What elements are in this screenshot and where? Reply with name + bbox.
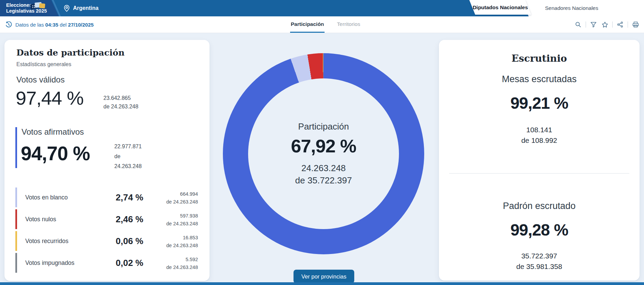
toolbar-separator	[628, 21, 628, 28]
vote-row-impugnados: Votos impugnados 0,02 % 5.592 de 24.263.…	[15, 253, 199, 273]
valid-votes-counts: 23.642.865 de 24.263.248	[103, 94, 138, 111]
valid-votes-count: 23.642.865	[103, 94, 138, 102]
row-pct: 2,74 %	[116, 188, 143, 207]
tab-senadores-label: Senadores Nacionales	[545, 5, 598, 11]
card-divider	[449, 173, 629, 174]
scrutiny-card: Escrutinio Mesas escrutadas 99,21 % 108.…	[439, 40, 640, 281]
participation-donut-chart: Participación 67,92 % 24.263.248 de 35.7…	[223, 53, 424, 254]
row-of: de 24.263.248	[166, 198, 198, 206]
timestamp-date: 27/10/2025	[68, 22, 94, 28]
padron-pct: 99,28 %	[439, 221, 640, 239]
row-color-bar	[15, 231, 17, 251]
row-pct: 0,06 %	[116, 231, 143, 251]
location-pin-icon	[63, 4, 70, 12]
padron-of: de 35.981.358	[439, 261, 640, 272]
mesas-of: de 108.992	[439, 135, 640, 146]
row-counts: 16.853 de 24.263.248	[166, 234, 198, 250]
vote-row-nulos: Votos nulos 2,46 % 597.938 de 24.263.248	[15, 209, 199, 229]
valid-votes-of: de 24.263.248	[103, 102, 138, 111]
row-count: 16.853	[166, 234, 198, 242]
filter-icon[interactable]	[590, 21, 597, 28]
valid-votes-pct: 97,44 %	[16, 87, 84, 109]
row-count: 664.994	[166, 190, 198, 198]
padron-counts: 35.722.397 de 35.981.358	[439, 251, 640, 272]
timestamp-middle: del	[60, 22, 67, 28]
affirmative-votes-pct: 94,70 %	[21, 142, 90, 165]
row-color-bar	[15, 209, 17, 229]
card-title: Datos de participación	[16, 48, 125, 58]
affirmative-votes-label: Votos afirmativos	[22, 127, 84, 137]
row-count: 597.938	[166, 212, 198, 220]
affirmative-votes-of1: de	[114, 151, 142, 161]
mesas-counts: 108.141 de 108.992	[439, 124, 640, 146]
view-by-provinces-button[interactable]: Ver por provincias	[294, 270, 354, 283]
row-count: 5.592	[166, 256, 198, 264]
top-navbar: Elecciones Legislativas 2025 Argentina	[0, 0, 644, 16]
row-color-bar	[15, 188, 17, 207]
tab-senadores-nacionales[interactable]: Senadores Nacionales	[532, 0, 611, 16]
row-of: de 24.263.248	[166, 220, 198, 228]
padron-label: Padrón escrutado	[439, 201, 640, 211]
affirmative-votes-of2: 24.263.248	[114, 161, 142, 171]
mesas-label: Mesas escrutadas	[439, 74, 640, 85]
row-counts: 664.994 de 24.263.248	[166, 190, 198, 206]
vote-row-recurridos: Votos recurridos 0,06 % 16.853 de 24.263…	[15, 231, 199, 251]
footer-strip	[0, 282, 644, 285]
vote-row-blanco: Votos en blanco 2,74 % 664.994 de 24.263…	[15, 188, 199, 207]
row-color-bar	[15, 253, 17, 273]
participation-data-card: Datos de participación Estadísticas gene…	[4, 40, 210, 281]
timestamp-time: 04:35	[45, 22, 58, 28]
print-icon[interactable]	[632, 21, 639, 28]
row-label: Votos en blanco	[25, 188, 68, 207]
donut-center-label: Participación	[298, 121, 349, 132]
row-of: de 24.263.248	[166, 242, 198, 250]
tab-participacion[interactable]: Participación	[290, 16, 325, 33]
country-selector[interactable]: Argentina	[63, 0, 99, 16]
share-icon[interactable]	[616, 21, 624, 28]
mesas-pct: 99,21 %	[439, 94, 640, 112]
card-subtitle: Estadísticas generales	[16, 61, 71, 68]
view-tabs: Participación Territorios	[290, 16, 361, 33]
toolbar-icons	[574, 16, 639, 33]
row-counts: 597.938 de 24.263.248	[166, 212, 198, 228]
row-label: Votos nulos	[25, 209, 56, 229]
scrutiny-title: Escrutinio	[439, 53, 640, 64]
star-icon[interactable]	[601, 21, 609, 28]
donut-center-pct: 67,92 %	[291, 135, 356, 156]
padron-count: 35.722.397	[439, 251, 640, 261]
sub-header: Datos de las 04:35 del 27/10/2025 Partic…	[0, 16, 644, 33]
clock-history-icon	[5, 21, 12, 28]
tab-territorios[interactable]: Territorios	[336, 16, 361, 33]
mesas-count: 108.141	[439, 124, 640, 135]
donut-center-count: 24.263.248	[301, 162, 346, 174]
row-pct: 2,46 %	[116, 209, 143, 229]
row-counts: 5.592 de 24.263.248	[166, 256, 198, 271]
row-label: Votos recurridos	[25, 231, 68, 251]
timestamp-prefix: Datos de las	[15, 22, 44, 28]
affirmative-votes-count: 22.977.871	[114, 141, 142, 151]
row-pct: 0,02 %	[116, 253, 143, 273]
toolbar-separator	[612, 21, 613, 28]
donut-center-of: de 35.722.397	[295, 174, 352, 186]
affirmative-votes-counts: 22.977.871 de 24.263.248	[114, 141, 142, 171]
data-timestamp: Datos de las 04:35 del 27/10/2025	[5, 16, 94, 33]
row-label: Votos impugnados	[25, 253, 74, 273]
row-of: de 24.263.248	[166, 264, 198, 271]
search-icon[interactable]	[574, 21, 582, 28]
country-label: Argentina	[73, 5, 99, 11]
tab-diputados-label: Diputados Nacionales	[473, 4, 528, 11]
donut-center: Participación 67,92 % 24.263.248 de 35.7…	[248, 78, 399, 229]
valid-votes-label: Votos válidos	[16, 75, 65, 85]
tab-diputados-nacionales[interactable]: Diputados Nacionales	[469, 0, 531, 15]
elections-dashboard: Elecciones Legislativas 2025 Argentina	[0, 0, 644, 285]
affirmative-color-bar	[15, 127, 17, 168]
ballot-boxes-icon	[30, 2, 46, 12]
toolbar-separator	[586, 21, 586, 28]
